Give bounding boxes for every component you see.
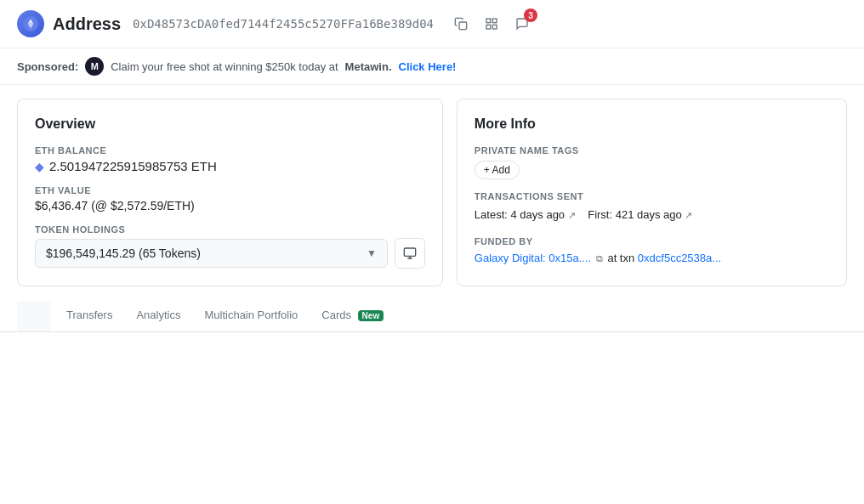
tabs-row: Transfers Analytics Multichain Portfolio…	[0, 300, 864, 332]
copy-address-icon[interactable]	[449, 12, 473, 36]
tx-latest-link-icon[interactable]: ↗	[568, 210, 576, 220]
main-content: Overview ETH BALANCE ◆ 2.501947225915985…	[0, 85, 864, 300]
eth-value-label: ETH VALUE	[35, 185, 425, 195]
transactions-sent-info: Latest: 4 days ago ↗ First: 421 days ago…	[475, 207, 829, 224]
token-holdings-row: $196,549,145.29 (65 Tokens) ▼	[35, 238, 425, 269]
more-info-card: More Info PRIVATE NAME TAGS + Add TRANSA…	[457, 99, 847, 286]
funded-by-info: Galaxy Digital: 0x15a.... ⧉ at txn 0xdcf…	[475, 252, 829, 264]
token-holdings-dropdown[interactable]: $196,549,145.29 (65 Tokens) ▼	[35, 239, 388, 268]
tab-multichain-portfolio[interactable]: Multichain Portfolio	[192, 300, 310, 331]
svg-rect-1	[459, 22, 467, 30]
eth-diamond-icon: ◆	[35, 160, 44, 173]
header-actions: 3	[449, 12, 534, 36]
metawin-logo: M	[85, 57, 104, 76]
tab-cards[interactable]: Cards New	[310, 300, 395, 331]
svg-rect-4	[486, 25, 491, 29]
funded-by-label: FUNDED BY	[475, 236, 829, 246]
tx-first-link-icon[interactable]: ↗	[685, 210, 692, 220]
token-portfolio-icon-button[interactable]	[395, 238, 425, 269]
tab-placeholder	[17, 301, 51, 331]
sponsored-banner: Sponsored: M Claim your free shot at win…	[0, 48, 864, 85]
tab-transfers[interactable]: Transfers	[54, 300, 124, 331]
eth-balance-label: ETH BALANCE	[35, 145, 425, 156]
dropdown-arrow-icon: ▼	[367, 247, 377, 259]
address-value: 0xD48573cDA0fed7144f2455c5270FFa16Be389d…	[133, 17, 434, 31]
svg-rect-3	[492, 19, 497, 23]
page-title: Address	[53, 14, 121, 34]
grid-icon[interactable]	[480, 12, 503, 36]
overview-card: Overview ETH BALANCE ◆ 2.501947225915985…	[17, 99, 443, 286]
sponsored-cta[interactable]: Click Here!	[399, 60, 457, 73]
overview-title: Overview	[35, 116, 425, 132]
svg-rect-2	[486, 19, 491, 23]
more-info-title: More Info	[475, 116, 829, 132]
tab-analytics[interactable]: Analytics	[124, 300, 192, 331]
private-name-tags-label: PRIVATE NAME TAGS	[475, 145, 829, 156]
copy-funded-icon[interactable]: ⧉	[596, 253, 603, 263]
eth-value: $6,436.47 (@ $2,572.59/ETH)	[35, 199, 425, 212]
svg-rect-6	[404, 248, 415, 256]
eth-balance-value: ◆ 2.501947225915985753 ETH	[35, 159, 425, 173]
sponsored-text: Claim your free shot at winning $250k to…	[111, 60, 338, 73]
notification-badge: 3	[524, 8, 537, 22]
site-logo	[17, 10, 44, 37]
sponsored-label: Sponsored:	[17, 60, 78, 73]
tx-first-label: First: 421 days ago	[588, 208, 682, 221]
sponsored-brand: Metawin.	[345, 60, 392, 73]
tx-latest-label: Latest: 4 days ago	[475, 208, 565, 221]
page-header: Address 0xD48573cDA0fed7144f2455c5270FFa…	[0, 0, 864, 48]
svg-rect-5	[492, 25, 497, 29]
funded-txn-link[interactable]: 0xdcf5cc2538a...	[638, 252, 721, 264]
add-tag-button[interactable]: + Add	[475, 161, 520, 179]
funded-by-link[interactable]: Galaxy Digital: 0x15a....	[475, 252, 591, 264]
transactions-sent-label: TRANSACTIONS SENT	[475, 191, 829, 201]
tab-new-badge: New	[358, 310, 384, 321]
token-holdings-label: TOKEN HOLDINGS	[35, 224, 425, 235]
notifications-icon[interactable]: 3	[510, 12, 534, 36]
